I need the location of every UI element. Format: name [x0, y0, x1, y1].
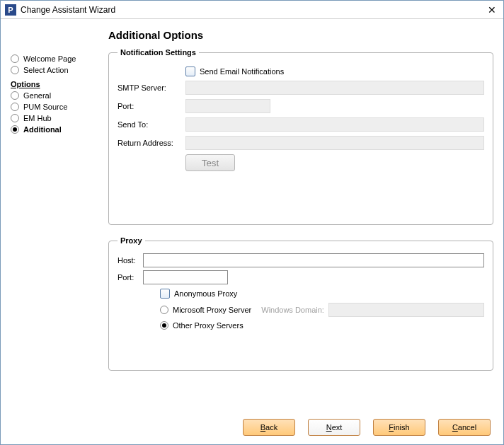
nav-general[interactable]: General	[11, 91, 108, 100]
close-icon[interactable]: ✕	[485, 4, 499, 16]
back-button[interactable]: Back	[243, 419, 295, 436]
proxy-group: Proxy Host: Port: Anonymous Proxy Micros…	[108, 236, 493, 371]
smtp-input[interactable]	[185, 81, 484, 95]
sendto-label: Send To:	[118, 120, 185, 129]
anonymous-proxy-option[interactable]: Anonymous Proxy	[160, 289, 484, 299]
nav-label: PUM Source	[23, 103, 67, 111]
titlebar: P Change Assistant Wizard ✕	[1, 1, 503, 19]
wizard-footer: Back Next Finish Cancel	[1, 410, 503, 444]
options-heading: Options	[11, 80, 108, 88]
finish-button[interactable]: Finish	[373, 419, 425, 436]
ms-proxy-option[interactable]: Microsoft Proxy Server Windows Domain:	[160, 303, 484, 317]
return-label: Return Address:	[118, 139, 185, 147]
body: Welcome Page Select Action Options Gener…	[1, 19, 503, 410]
anonymous-proxy-label: Anonymous Proxy	[174, 289, 237, 298]
nav-label: EM Hub	[23, 114, 52, 122]
app-icon: P	[5, 4, 16, 16]
nav-em-hub[interactable]: EM Hub	[11, 114, 108, 122]
test-button[interactable]: Test	[185, 154, 235, 171]
notification-settings-group: Notification Settings Send Email Notific…	[108, 48, 493, 225]
radio-icon	[160, 321, 168, 330]
notif-port-input[interactable]	[185, 99, 270, 113]
nav-welcome-page[interactable]: Welcome Page	[11, 54, 108, 63]
windows-domain-label: Windows Domain:	[261, 306, 324, 314]
other-proxy-label: Other Proxy Servers	[173, 321, 244, 330]
nav-label: Select Action	[23, 66, 69, 74]
window-title: Change Assistant Wizard	[21, 5, 485, 15]
proxy-port-label: Port:	[118, 273, 143, 282]
other-proxy-option[interactable]: Other Proxy Servers	[160, 321, 484, 330]
windows-domain-input[interactable]	[328, 303, 484, 317]
proxy-legend: Proxy	[118, 236, 145, 245]
radio-icon	[11, 125, 19, 134]
nav-pum-source[interactable]: PUM Source	[11, 103, 108, 111]
radio-icon	[11, 66, 19, 74]
cancel-button[interactable]: Cancel	[438, 419, 491, 436]
radio-icon	[11, 91, 19, 100]
sidebar: Welcome Page Select Action Options Gener…	[11, 26, 108, 410]
wizard-window: P Change Assistant Wizard ✕ Welcome Page…	[0, 0, 504, 445]
proxy-host-input[interactable]	[143, 253, 484, 267]
nav-label: General	[23, 91, 51, 100]
smtp-label: SMTP Server:	[118, 83, 185, 92]
send-email-label: Send Email Notifications	[200, 67, 284, 76]
radio-icon	[11, 54, 19, 63]
radio-icon	[160, 306, 168, 314]
main-panel: Additional Options Notification Settings…	[108, 26, 493, 410]
proxy-host-label: Host:	[118, 256, 143, 265]
radio-icon	[11, 114, 19, 122]
nav-label: Welcome Page	[23, 54, 76, 63]
notif-port-label: Port:	[118, 102, 185, 110]
ms-proxy-label: Microsoft Proxy Server	[173, 306, 251, 314]
next-button[interactable]: Next	[308, 419, 360, 436]
nav-additional[interactable]: Additional	[11, 125, 108, 134]
send-email-checkbox[interactable]	[185, 67, 195, 76]
sendto-input[interactable]	[185, 117, 484, 132]
nav-select-action[interactable]: Select Action	[11, 66, 108, 74]
notification-legend: Notification Settings	[118, 48, 199, 57]
nav-label: Additional	[23, 125, 62, 134]
page-title: Additional Options	[108, 29, 493, 41]
anonymous-proxy-checkbox[interactable]	[160, 289, 170, 299]
return-input[interactable]	[185, 136, 484, 150]
proxy-port-input[interactable]	[143, 270, 228, 284]
radio-icon	[11, 103, 19, 111]
